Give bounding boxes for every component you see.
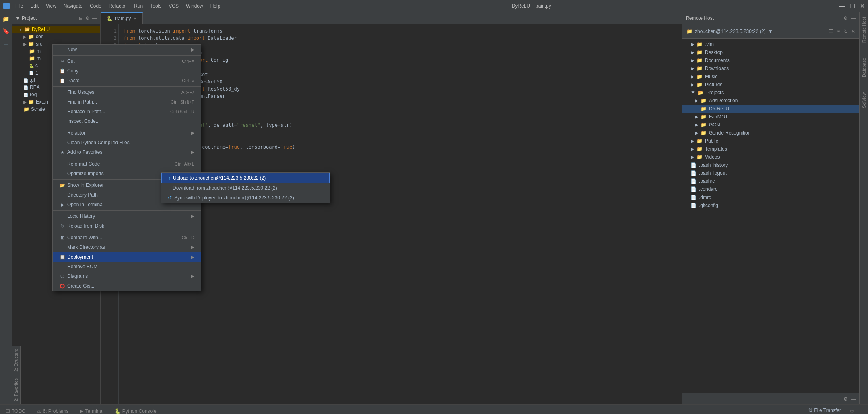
ctx-paste[interactable]: 📋 Paste Ctrl+V: [53, 76, 201, 85]
ctx-copy[interactable]: 📋 Copy: [53, 66, 201, 76]
ctx-cut[interactable]: ✂ Cut Ctrl+X: [53, 56, 201, 66]
remote-item-downloads[interactable]: ▶ 📁 Downloads: [682, 64, 859, 72]
remote-item-condarc[interactable]: 📄 .condarc: [682, 185, 859, 193]
menu-help[interactable]: Help: [207, 2, 224, 10]
tree-item-root[interactable]: ▼ 📂 DyReLU: [12, 26, 100, 33]
remote-footer-hide[interactable]: —: [851, 396, 856, 402]
tree-item-con[interactable]: ▶ 📁 con: [12, 33, 100, 40]
remote-item-bashrc[interactable]: 📄 .bashrc: [682, 177, 859, 185]
remote-item-dyrelu[interactable]: 📁 DY-ReLU: [682, 105, 859, 113]
menu-edit[interactable]: Edit: [27, 2, 42, 10]
tab-label: train.py: [115, 16, 131, 21]
menu-navigate[interactable]: Navigate: [60, 2, 86, 10]
menu-window[interactable]: Window: [183, 2, 206, 10]
settings-icon[interactable]: ⚙: [85, 15, 90, 21]
menu-refactor[interactable]: Refactor: [105, 2, 130, 10]
ctx-comparewith[interactable]: ⊞ Compare With... Ctrl+D: [53, 233, 201, 242]
remote-refresh-icon[interactable]: ↻: [844, 29, 848, 34]
structure-vtab[interactable]: 2: Structure: [12, 346, 20, 375]
remote-item-genderrecognition[interactable]: ▶ 📁 GenderRecognition: [682, 129, 859, 137]
ctx-markdirectoryas[interactable]: Mark Directory as ▶: [53, 242, 201, 252]
ctx-new[interactable]: New ▶: [53, 45, 201, 54]
sciview-vtab[interactable]: SciView: [861, 91, 867, 110]
favorites-vtab[interactable]: 2: Favorites: [12, 375, 20, 404]
remote-dropdown-icon[interactable]: ▼: [768, 29, 773, 34]
ctx-replaceinpath[interactable]: Replace in Path... Ctrl+Shift+R: [53, 107, 201, 116]
remote-item-gcn[interactable]: ▶ 📁 GCN: [682, 121, 859, 129]
videos-folder-arrow: ▶: [691, 154, 694, 160]
maximize-button[interactable]: ❐: [850, 3, 855, 9]
tab-close-icon[interactable]: ✕: [133, 16, 137, 21]
remote-item-dmrc[interactable]: 📄 .dmrc: [682, 193, 859, 201]
remote-item-adsdetection[interactable]: ▶ 📁 AdsDetection: [682, 97, 859, 105]
submenu-sync[interactable]: ↺ Sync with Deployed to zhouchen@114.223…: [161, 193, 330, 203]
ctx-findusages[interactable]: Find Usages Alt+F7: [53, 87, 201, 97]
remote-item-music[interactable]: ▶ 📁 Music: [682, 72, 859, 81]
database-vtab[interactable]: Database: [861, 56, 867, 79]
menu-tools[interactable]: Tools: [147, 2, 165, 10]
bottom-tab-filetransfer[interactable]: ⇅ File Transfer: [803, 406, 847, 414]
ctx-cleanpython[interactable]: Clean Python Compiled Files: [53, 138, 201, 147]
projects-folder-arrow: ▼: [691, 90, 695, 95]
bookmark-icon[interactable]: 🔖: [1, 26, 11, 36]
bottom-tab-python-console[interactable]: 🐍 Python Console: [109, 407, 162, 414]
ctx-removebom[interactable]: Remove BOM: [53, 262, 201, 271]
remote-item-templates[interactable]: ▶ 📁 Templates: [682, 145, 859, 153]
remote-collapse-icon[interactable]: ⊟: [837, 29, 841, 34]
menu-file[interactable]: File: [12, 2, 26, 10]
remote-host-vtab[interactable]: Remote Host: [861, 15, 867, 44]
remote-item-public[interactable]: ▶ 📁 Public: [682, 137, 859, 145]
bottom-hide-icon[interactable]: —: [857, 408, 868, 414]
ctx-localhistory[interactable]: Local History ▶: [53, 211, 201, 221]
remote-footer-settings[interactable]: ⚙: [843, 396, 848, 402]
ctx-inspectcode[interactable]: Inspect Code...: [53, 116, 201, 126]
ctx-creategist[interactable]: ⭕ Create Gist...: [53, 281, 201, 291]
ctx-reformatcode[interactable]: Reformat Code Ctrl+Alt+L: [53, 159, 201, 169]
ctx-reloadfromdisk[interactable]: ↻ Reload from Disk: [53, 221, 201, 231]
hide-panel-icon[interactable]: —: [92, 15, 97, 21]
submenu-upload[interactable]: ↑ Upload to zhouchen@114.223.5.230:22 (2…: [161, 173, 330, 183]
project-icon[interactable]: 📁: [1, 14, 11, 24]
ctx-deployment[interactable]: 🔲 Deployment ▶: [53, 252, 201, 262]
editor-tab-trainpy[interactable]: 🐍 train.py ✕: [101, 12, 143, 24]
remote-hide-icon[interactable]: —: [851, 15, 856, 21]
remote-item-bash-logout[interactable]: 📄 .bash_logout: [682, 169, 859, 177]
structure-icon[interactable]: ☰: [1, 38, 11, 48]
remote-item-desktop[interactable]: ▶ 📁 Desktop: [682, 48, 859, 56]
remote-menu-icon[interactable]: ☰: [829, 29, 833, 34]
menu-vcs[interactable]: VCS: [165, 2, 182, 10]
menu-view[interactable]: View: [43, 2, 60, 10]
code-line-3: import torch.nn as nn: [124, 42, 677, 49]
tree-label-1: 1: [35, 70, 38, 76]
ctx-diagrams[interactable]: ⬡ Diagrams ▶: [53, 271, 201, 281]
close-button[interactable]: ✕: [860, 3, 865, 9]
code-area[interactable]: from torchvision import transforms from …: [119, 24, 682, 404]
remote-close-icon[interactable]: ✕: [851, 29, 855, 34]
project-dropdown-icon[interactable]: ▼: [15, 15, 20, 21]
collapse-all-icon[interactable]: ⊟: [79, 15, 83, 21]
ctx-addtofav[interactable]: ★ Add to Favorites ▶: [53, 147, 201, 157]
remote-item-documents[interactable]: ▶ 📁 Documents: [682, 56, 859, 64]
ads-folder-arrow: ▶: [695, 98, 698, 104]
menu-code[interactable]: Code: [87, 2, 105, 10]
bottom-tab-problems[interactable]: ⚠ 6: Problems: [31, 407, 74, 414]
bottom-settings-icon[interactable]: ⚙: [847, 407, 857, 414]
remote-connection-name: 📁 zhouchen@114.223.5.230:22 (2) ▼: [687, 29, 773, 34]
terminal-icon: ▶: [80, 408, 83, 414]
ctx-findinpath[interactable]: Find in Path... Ctrl+Shift+F: [53, 97, 201, 107]
remote-item-fairmot[interactable]: ▶ 📁 FairMOT: [682, 113, 859, 121]
remote-item-videos[interactable]: ▶ 📁 Videos: [682, 153, 859, 161]
bottom-tab-terminal[interactable]: ▶ Terminal: [74, 407, 109, 414]
remote-item-bash-history[interactable]: 📄 .bash_history: [682, 161, 859, 169]
remote-item-pictures[interactable]: ▶ 📁 Pictures: [682, 81, 859, 89]
remote-item-projects[interactable]: ▼ 📂 Projects: [682, 89, 859, 97]
remote-item-vim[interactable]: ▶ 📁 .vim: [682, 40, 859, 48]
ctx-refactor[interactable]: Refactor ▶: [53, 128, 201, 138]
menu-run[interactable]: Run: [131, 2, 146, 10]
remote-settings-icon[interactable]: ⚙: [843, 15, 848, 21]
submenu-download[interactable]: ↓ Download from zhouchen@114.223.5.230:2…: [161, 183, 330, 193]
remote-item-gitconfig[interactable]: 📄 .gitconfig: [682, 201, 859, 209]
bottom-tab-todo[interactable]: ☑ TODO: [0, 407, 31, 414]
minimize-button[interactable]: —: [839, 3, 845, 9]
ctx-sep4: [53, 158, 201, 158]
